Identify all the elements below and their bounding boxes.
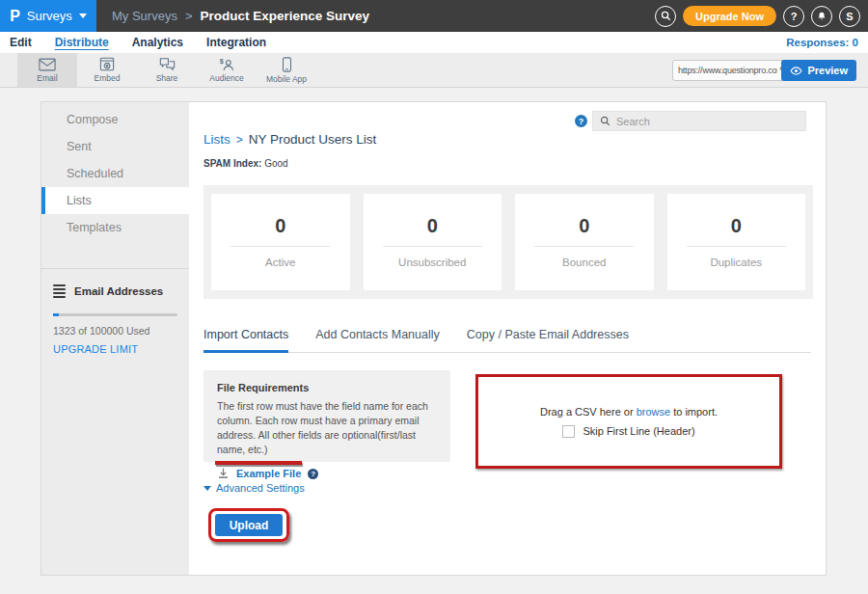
- advanced-settings-label: Advanced Settings: [216, 482, 305, 494]
- email-addresses-header: Email Addresses: [53, 284, 177, 298]
- tool-audience[interactable]: $ Audience: [197, 53, 257, 87]
- list-breadcrumb: Lists>NY Product Users List: [203, 132, 376, 147]
- sidebar-item-compose[interactable]: Compose: [41, 106, 189, 133]
- example-file-help-icon[interactable]: ?: [308, 469, 318, 479]
- tool-label: Audience: [209, 73, 243, 83]
- stat-divider: [383, 246, 482, 247]
- csv-dropzone[interactable]: Drag a CSV here or browse to import. Ski…: [475, 374, 782, 469]
- survey-nav: Edit Distribute Analytics Integration Re…: [0, 32, 868, 53]
- spam-index-label: SPAM Index:: [203, 158, 261, 169]
- envelope-icon: [39, 58, 56, 71]
- upgrade-now-button[interactable]: Upgrade Now: [683, 6, 776, 26]
- stat-card-duplicates: 0 Duplicates: [667, 194, 806, 290]
- app-logo[interactable]: P Surveys: [0, 0, 96, 32]
- account-avatar[interactable]: S: [839, 6, 860, 27]
- tool-label: Share: [156, 73, 178, 83]
- caret-down-icon: [79, 14, 87, 18]
- stat-value: 0: [211, 215, 350, 237]
- tool-label: Mobile App: [266, 74, 307, 84]
- annotation-box-upload: Upload: [208, 508, 289, 542]
- nav-tab-analytics[interactable]: Analytics: [132, 36, 183, 49]
- sidebar-item-scheduled[interactable]: Scheduled: [41, 160, 189, 187]
- stat-divider: [534, 246, 634, 247]
- tool-email[interactable]: Email: [17, 53, 77, 87]
- notifications-button[interactable]: [811, 6, 832, 27]
- audience-icon: $: [218, 57, 235, 71]
- sidebar-item-lists[interactable]: Lists: [41, 187, 189, 214]
- search-button[interactable]: [655, 6, 676, 27]
- stat-card-unsubscribed: 0 Unsubscribed: [364, 194, 502, 290]
- tab-copy-paste-email-addresses[interactable]: Copy / Paste Email Addresses: [467, 328, 629, 352]
- survey-url-field[interactable]: https://www.questionpro.com/t/AP53kZgfo …: [672, 60, 794, 81]
- breadcrumb-separator: >: [236, 133, 243, 147]
- email-sidebar: Compose Sent Scheduled Lists Templates E…: [41, 102, 189, 575]
- contact-search-box[interactable]: [592, 111, 806, 131]
- tab-add-contacts-manually[interactable]: Add Contacts Manually: [315, 328, 440, 352]
- tool-embed[interactable]: Embed: [77, 53, 137, 87]
- nav-tab-integration[interactable]: Integration: [206, 36, 266, 49]
- stat-label: Bounced: [515, 256, 654, 268]
- browse-link[interactable]: browse: [637, 406, 670, 418]
- stat-divider: [687, 246, 786, 247]
- stat-label: Duplicates: [667, 256, 806, 268]
- search-input[interactable]: [616, 116, 799, 127]
- file-requirements-body: The first row must have the field name f…: [217, 399, 437, 457]
- email-usage-text: 1323 of 100000 Used: [53, 325, 177, 337]
- skip-first-line-checkbox[interactable]: [562, 425, 575, 438]
- tool-share[interactable]: Share: [137, 53, 197, 87]
- dropzone-text-before: Drag a CSV here or: [540, 406, 637, 418]
- breadcrumb-separator: >: [185, 9, 193, 23]
- nav-tab-edit[interactable]: Edit: [10, 36, 32, 49]
- tool-mobile-app[interactable]: Mobile App: [257, 53, 316, 87]
- lists-link[interactable]: Lists: [203, 132, 231, 147]
- email-addresses-title: Email Addresses: [74, 285, 163, 297]
- example-file-row: Example File ?: [217, 468, 437, 480]
- dropzone-text: Drag a CSV here or browse to import.: [540, 406, 718, 418]
- spam-index: SPAM Index: Good: [203, 158, 288, 169]
- breadcrumb: My Surveys > Product Experience Survey: [112, 9, 369, 23]
- caret-down-icon: [203, 486, 211, 491]
- preview-label: Preview: [807, 65, 848, 76]
- tab-import-contacts[interactable]: Import Contacts: [203, 328, 288, 353]
- help-button[interactable]: ?: [783, 6, 804, 27]
- responses-count[interactable]: Responses: 0: [786, 37, 858, 48]
- stat-value: 0: [515, 215, 654, 237]
- stat-card-active: 0 Active: [211, 194, 350, 290]
- tool-label: Email: [37, 73, 57, 83]
- topbar-actions: Upgrade Now ? S: [655, 0, 860, 32]
- example-file-link[interactable]: Example File: [236, 468, 301, 479]
- content-card: Compose Sent Scheduled Lists Templates E…: [41, 101, 827, 576]
- email-usage-progress: [53, 313, 177, 316]
- sidebar-item-sent[interactable]: Sent: [41, 133, 189, 160]
- top-bar: P Surveys My Surveys > Product Experienc…: [0, 0, 868, 32]
- email-addresses-panel: Email Addresses 1323 of 100000 Used UPGR…: [41, 268, 189, 355]
- breadcrumb-current-survey: Product Experience Survey: [201, 9, 370, 23]
- svg-text:$: $: [220, 57, 224, 66]
- stat-value: 0: [364, 215, 502, 237]
- tool-label: Embed: [95, 73, 121, 83]
- breadcrumb-my-surveys[interactable]: My Surveys: [112, 9, 177, 23]
- upgrade-limit-link[interactable]: UPGRADE LIMIT: [53, 343, 177, 355]
- email-usage-progress-fill: [53, 313, 59, 316]
- stat-divider: [231, 246, 330, 247]
- stat-value: 0: [667, 215, 806, 237]
- contacts-tabs: Import Contacts Add Contacts Manually Co…: [203, 328, 811, 353]
- share-icon: [159, 57, 176, 71]
- nav-tab-distribute[interactable]: Distribute: [55, 36, 109, 49]
- advanced-settings-toggle[interactable]: Advanced Settings: [203, 482, 305, 494]
- spam-index-value: Good: [264, 158, 287, 169]
- lists-main-panel: ? Lists>NY Product Users List SPAM Index…: [190, 102, 826, 575]
- search-icon: [600, 116, 610, 126]
- upload-button[interactable]: Upload: [215, 514, 283, 536]
- logo-letter: P: [10, 8, 20, 25]
- eye-icon: [790, 67, 802, 75]
- current-list-name: NY Product Users List: [249, 132, 377, 147]
- file-requirements-box: File Requirements The first row must hav…: [203, 370, 450, 462]
- list-stats-strip: 0 Active 0 Unsubscribed 0 Bounced 0 Dupl…: [203, 185, 813, 299]
- file-requirements-title: File Requirements: [217, 382, 437, 393]
- sidebar-item-templates[interactable]: Templates: [41, 214, 189, 241]
- stat-label: Active: [211, 256, 350, 268]
- preview-button[interactable]: Preview: [781, 60, 856, 81]
- bell-icon: [816, 11, 827, 22]
- list-help-icon[interactable]: ?: [575, 115, 587, 127]
